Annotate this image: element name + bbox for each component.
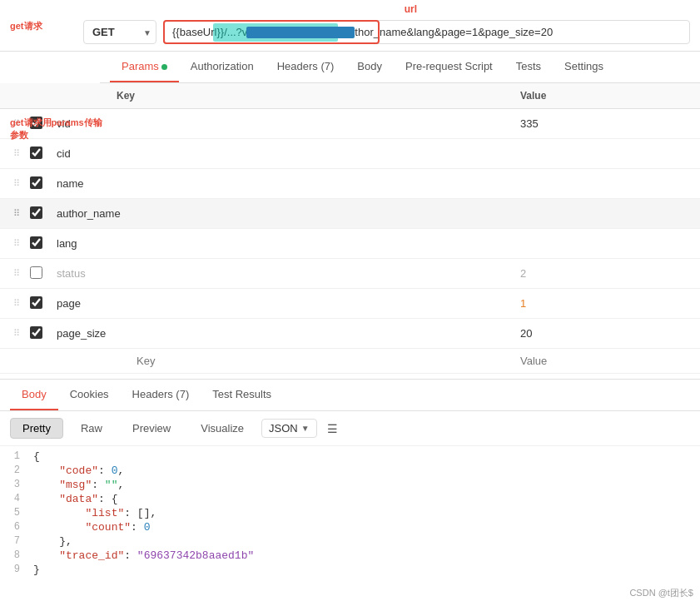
response-tab-body[interactable]: Body	[10, 380, 58, 410]
table-row: ⠿ page 1	[0, 289, 700, 319]
get-annotation: get请求	[10, 19, 42, 32]
json-format-label: JSON	[269, 422, 298, 435]
line-content: "count": 0	[33, 521, 150, 534]
line-content: "data": {	[33, 493, 117, 505]
code-line-9: 9 }	[0, 563, 700, 577]
line-number: 7	[0, 535, 33, 547]
drag-handle[interactable]: ⠿	[13, 328, 30, 339]
drag-handle[interactable]: ⠿	[13, 298, 30, 309]
visualize-button[interactable]: Visualize	[188, 418, 256, 439]
param-key: name	[50, 177, 520, 190]
params-dot	[161, 64, 167, 70]
line-content: "code": 0,	[33, 464, 124, 477]
url-input[interactable]	[163, 20, 690, 44]
json-format-arrow-icon: ▼	[301, 424, 310, 433]
preview-button[interactable]: Preview	[120, 418, 183, 439]
tab-params[interactable]: Params	[110, 52, 179, 82]
param-key: author_name	[50, 207, 520, 220]
tab-authorization[interactable]: Authorization	[179, 52, 266, 82]
params-table-header: Key Value	[0, 83, 700, 109]
json-format-select[interactable]: JSON ▼	[261, 419, 317, 438]
line-content: "trace_id": "69637342b8aaed1b"	[33, 549, 254, 562]
tab-headers[interactable]: Headers (7)	[266, 52, 346, 82]
new-param-row	[0, 349, 700, 374]
param-value: 1	[520, 297, 687, 310]
row-checkbox[interactable]	[30, 326, 50, 341]
param-key: page	[50, 297, 520, 310]
table-row: ⠿ status 2	[0, 259, 700, 289]
line-content: {	[33, 450, 40, 463]
table-row: ⠿ lang	[0, 229, 700, 259]
response-section: Body Cookies Headers (7) Test Results Pr…	[0, 379, 700, 580]
row-checkbox[interactable]	[30, 147, 50, 161]
key-column-header: Key	[117, 90, 520, 102]
table-row: ⠿ vid 335	[0, 109, 700, 139]
line-number: 1	[0, 450, 33, 462]
line-number: 8	[0, 549, 33, 561]
method-select-wrapper: GET POST PUT DELETE ▼	[83, 20, 156, 44]
table-row: ⠿ page_size 20	[0, 319, 700, 349]
param-value: 20	[520, 327, 687, 340]
code-line-6: 6 "count": 0	[0, 520, 700, 534]
code-area: 1 { 2 "code": 0, 3 "msg": "", 4 "data": …	[0, 446, 700, 580]
code-line-7: 7 },	[0, 534, 700, 549]
line-number: 2	[0, 464, 33, 476]
line-content: "list": [],	[33, 507, 156, 519]
drag-handle[interactable]: ⠿	[13, 178, 30, 189]
row-checkbox[interactable]	[30, 296, 50, 311]
new-value-input[interactable]	[520, 355, 687, 367]
request-tabs: Params Authorization Headers (7) Body Pr…	[100, 52, 700, 83]
table-row: ⠿ author_name	[0, 199, 700, 229]
line-number: 4	[0, 493, 33, 504]
param-value: 335	[520, 117, 687, 130]
line-number: 3	[0, 479, 33, 490]
row-checkbox[interactable]	[30, 236, 50, 251]
drag-handle[interactable]: ⠿	[13, 238, 30, 249]
row-checkbox[interactable]	[30, 206, 50, 221]
param-key: cid	[50, 147, 520, 160]
code-line-1: 1 {	[0, 450, 700, 464]
param-key: status	[50, 267, 520, 280]
pretty-button[interactable]: Pretty	[10, 418, 63, 439]
line-content: "msg": "",	[33, 479, 124, 491]
param-key: page_size	[50, 327, 520, 340]
param-value: 2	[520, 267, 687, 280]
tab-settings[interactable]: Settings	[553, 52, 615, 82]
param-key: vid	[50, 117, 520, 130]
response-tabs: Body Cookies Headers (7) Test Results	[0, 379, 700, 411]
line-number: 9	[0, 564, 33, 575]
row-checkbox[interactable]	[30, 266, 50, 281]
raw-button[interactable]: Raw	[68, 418, 115, 439]
param-key: lang	[50, 237, 520, 250]
response-toolbar: Pretty Raw Preview Visualize JSON ▼ ☰	[0, 411, 700, 446]
code-line-8: 8 "trace_id": "69637342b8aaed1b"	[0, 549, 700, 563]
line-number: 6	[0, 521, 33, 533]
response-tab-test-results[interactable]: Test Results	[201, 380, 283, 410]
line-content: }	[33, 564, 40, 576]
url-input-wrapper	[163, 20, 690, 44]
params-annotation: get请求用params传输参数	[10, 117, 102, 142]
url-annotation: url	[405, 3, 417, 15]
table-row: ⠿ cid	[0, 139, 700, 169]
drag-handle[interactable]: ⠿	[13, 208, 30, 219]
method-select[interactable]: GET POST PUT DELETE	[83, 20, 156, 44]
response-tab-cookies[interactable]: Cookies	[58, 380, 121, 410]
line-content: },	[33, 535, 72, 548]
tab-body[interactable]: Body	[345, 52, 394, 82]
table-row: ⠿ name	[0, 169, 700, 199]
response-tab-headers[interactable]: Headers (7)	[121, 380, 201, 410]
new-key-input[interactable]	[137, 355, 520, 367]
tab-pre-request-script[interactable]: Pre-request Script	[394, 52, 504, 82]
code-line-5: 5 "list": [],	[0, 506, 700, 520]
code-line-2: 2 "code": 0,	[0, 464, 700, 478]
filter-icon[interactable]: ☰	[327, 422, 338, 435]
drag-handle[interactable]: ⠿	[13, 268, 30, 279]
code-line-3: 3 "msg": "",	[0, 478, 700, 492]
value-column-header: Value	[520, 90, 687, 102]
code-line-4: 4 "data": {	[0, 492, 700, 506]
tab-tests[interactable]: Tests	[504, 52, 553, 82]
row-checkbox[interactable]	[30, 176, 50, 191]
drag-handle[interactable]: ⠿	[13, 148, 30, 159]
line-number: 5	[0, 507, 33, 519]
